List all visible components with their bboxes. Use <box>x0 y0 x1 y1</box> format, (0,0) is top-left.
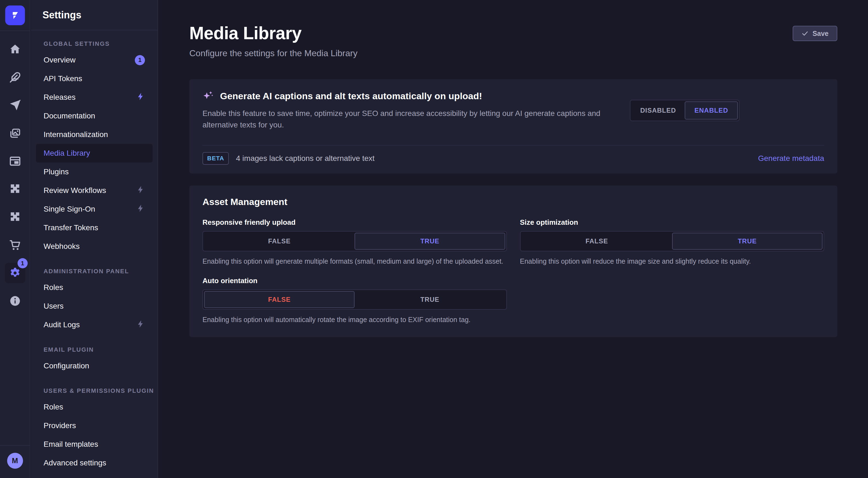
subnav-section-label: ADMINISTRATION PANEL <box>31 268 158 275</box>
sidebar-item-roles[interactable]: Roles <box>36 398 153 416</box>
sidebar-item-advanced-settings[interactable]: Advanced settings <box>36 454 153 472</box>
sparkles-icon <box>203 90 214 102</box>
subnav-section: USERS & PERMISSIONS PLUGINRolesProviders… <box>31 387 158 472</box>
subnav-section: GLOBAL SETTINGSOverview1API TokensReleas… <box>31 40 158 256</box>
sidebar-item-label: API Tokens <box>43 74 82 83</box>
settings-subnav: Settings GLOBAL SETTINGSOverview1API Tok… <box>31 0 158 478</box>
rail-cart-icon[interactable] <box>5 235 25 255</box>
logo-glyph-icon <box>9 9 21 21</box>
sidebar-item-label: Audit Logs <box>43 320 80 329</box>
sidebar-item-label: Internationalization <box>43 130 108 139</box>
field-hint: Enabling this option will generate multi… <box>203 256 507 266</box>
rail-feather-icon[interactable] <box>5 67 25 87</box>
strapi-cloud-logo-icon[interactable] <box>5 5 25 25</box>
save-button[interactable]: Save <box>793 26 837 41</box>
rail-puzzle-icon[interactable] <box>5 207 25 227</box>
lightning-icon <box>136 92 145 103</box>
lightning-icon <box>136 204 145 215</box>
sidebar-item-configuration[interactable]: Configuration <box>36 357 153 375</box>
banner-description: Enable this feature to save time, optimi… <box>203 108 614 131</box>
sidebar-item-transfer-tokens[interactable]: Transfer Tokens <box>36 218 153 237</box>
sidebar-item-label: Transfer Tokens <box>43 223 98 232</box>
true-option[interactable]: TRUE <box>354 291 505 308</box>
subnav-header: Settings <box>31 0 158 30</box>
sidebar-item-label: Releases <box>43 93 75 102</box>
subnav-section: ADMINISTRATION PANELRolesUsersAudit Logs <box>31 268 158 334</box>
asset-fields-grid: Responsive friendly uploadFALSETRUEEnabl… <box>203 218 824 325</box>
sidebar-item-email-templates[interactable]: Email templates <box>36 435 153 454</box>
banner-heading-row: Generate AI captions and alt texts autom… <box>203 90 614 102</box>
rail-layout-icon[interactable] <box>5 151 25 171</box>
missing-captions-status: 4 images lack captions or alternative te… <box>236 154 375 163</box>
sidebar-item-label: Roles <box>43 283 63 292</box>
page-title: Media Library <box>189 23 358 43</box>
true-option[interactable]: TRUE <box>672 233 823 250</box>
sidebar-item-media-library[interactable]: Media Library <box>36 144 153 162</box>
rail-info-icon[interactable] <box>5 291 25 311</box>
sidebar-item-webhooks[interactable]: Webhooks <box>36 237 153 256</box>
asset-management-card: Asset Management Responsive friendly upl… <box>189 185 837 337</box>
false-option[interactable]: FALSE <box>204 291 354 308</box>
beta-badge: BETA <box>203 152 229 165</box>
true-option[interactable]: TRUE <box>354 233 505 250</box>
sidebar-item-label: Roles <box>43 402 63 411</box>
sidebar-item-documentation[interactable]: Documentation <box>36 107 153 125</box>
field-responsive-friendly-upload: Responsive friendly uploadFALSETRUEEnabl… <box>203 218 507 266</box>
subnav-section-label: GLOBAL SETTINGS <box>31 40 158 48</box>
sidebar-item-single-sign-on[interactable]: Single Sign-On <box>36 200 153 218</box>
boolean-toggle: FALSETRUE <box>203 290 507 310</box>
ai-captions-banner: Generate AI captions and alt texts autom… <box>189 79 837 174</box>
sidebar-item-roles[interactable]: Roles <box>36 278 153 297</box>
sidebar-item-label: Single Sign-On <box>43 205 95 213</box>
main-nav-rail: 1 M <box>0 0 30 478</box>
banner-text: Generate AI captions and alt texts autom… <box>203 90 614 131</box>
sidebar-item-label: Email templates <box>43 440 98 449</box>
subnav-section: EMAIL PLUGINConfiguration <box>31 346 158 375</box>
banner-bottom: BETA 4 images lack captions or alternati… <box>203 152 824 165</box>
save-button-label: Save <box>813 30 829 37</box>
ai-toggle-disabled-option[interactable]: DISABLED <box>631 101 685 119</box>
sidebar-item-api-tokens[interactable]: API Tokens <box>36 69 153 88</box>
field-hint: Enabling this option will automatically … <box>203 315 507 325</box>
banner-divider <box>203 145 824 146</box>
sidebar-item-providers[interactable]: Providers <box>36 416 153 435</box>
sidebar-item-overview[interactable]: Overview1 <box>36 51 153 69</box>
boolean-toggle: FALSETRUE <box>520 231 825 251</box>
boolean-toggle: FALSETRUE <box>203 231 507 251</box>
rail-home-icon[interactable] <box>5 39 25 59</box>
sidebar-item-releases[interactable]: Releases <box>36 88 153 107</box>
field-label: Auto orientation <box>203 276 507 285</box>
overview-notification-badge: 1 <box>135 55 145 65</box>
logo-area <box>0 0 30 31</box>
rail-bottom: M <box>0 445 30 478</box>
field-size-optimization: Size optimizationFALSETRUEEnabling this … <box>520 218 825 266</box>
sidebar-item-label: Configuration <box>43 361 89 370</box>
subnav-list: GLOBAL SETTINGSOverview1API TokensReleas… <box>31 30 158 472</box>
rail-settings-gear-icon[interactable]: 1 <box>5 263 25 283</box>
sidebar-item-plugins[interactable]: Plugins <box>36 162 153 181</box>
rail-send-icon[interactable] <box>5 95 25 115</box>
page-header-text: Media Library Configure the settings for… <box>189 23 358 58</box>
sidebar-item-audit-logs[interactable]: Audit Logs <box>36 316 153 334</box>
ai-toggle-enabled-option[interactable]: ENABLED <box>685 101 738 119</box>
asset-management-title: Asset Management <box>203 197 824 207</box>
generate-metadata-link[interactable]: Generate metadata <box>758 154 824 163</box>
rail-images-icon[interactable] <box>5 123 25 143</box>
page-header: Media Library Configure the settings for… <box>189 0 837 58</box>
field-auto-orientation: Auto orientationFALSETRUEEnabling this o… <box>203 276 507 325</box>
field-label: Responsive friendly upload <box>203 218 507 227</box>
sidebar-item-label: Users <box>43 302 64 310</box>
sidebar-item-review-workflows[interactable]: Review Workflows <box>36 181 153 200</box>
sidebar-item-label: Webhooks <box>43 242 80 251</box>
false-option[interactable]: FALSE <box>522 233 672 250</box>
rail-puzzle-icon[interactable] <box>5 179 25 199</box>
false-option[interactable]: FALSE <box>204 233 354 250</box>
sidebar-item-internationalization[interactable]: Internationalization <box>36 125 153 144</box>
field-hint: Enabling this option will reduce the ima… <box>520 256 825 266</box>
rail-icons: 1 <box>5 39 25 319</box>
sidebar-item-label: Media Library <box>43 149 90 158</box>
sidebar-item-users[interactable]: Users <box>36 297 153 316</box>
banner-top: Generate AI captions and alt texts autom… <box>203 90 824 131</box>
user-avatar[interactable]: M <box>7 453 23 469</box>
lightning-icon <box>136 185 145 196</box>
